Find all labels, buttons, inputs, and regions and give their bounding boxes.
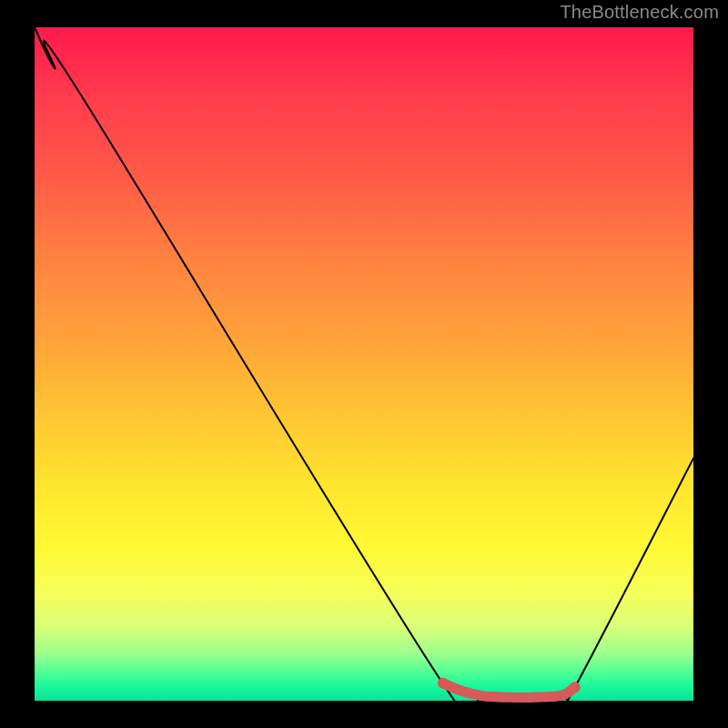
bottleneck-curve-line [35,27,693,728]
chart-curve-layer [0,0,728,728]
watermark-text: TheBottleneck.com [560,2,719,23]
chart-stage: TheBottleneck.com [0,0,728,728]
optimum-band-line [443,683,575,698]
optimum-band-endpoint [438,678,449,689]
optimum-band-endpoint [570,682,581,693]
